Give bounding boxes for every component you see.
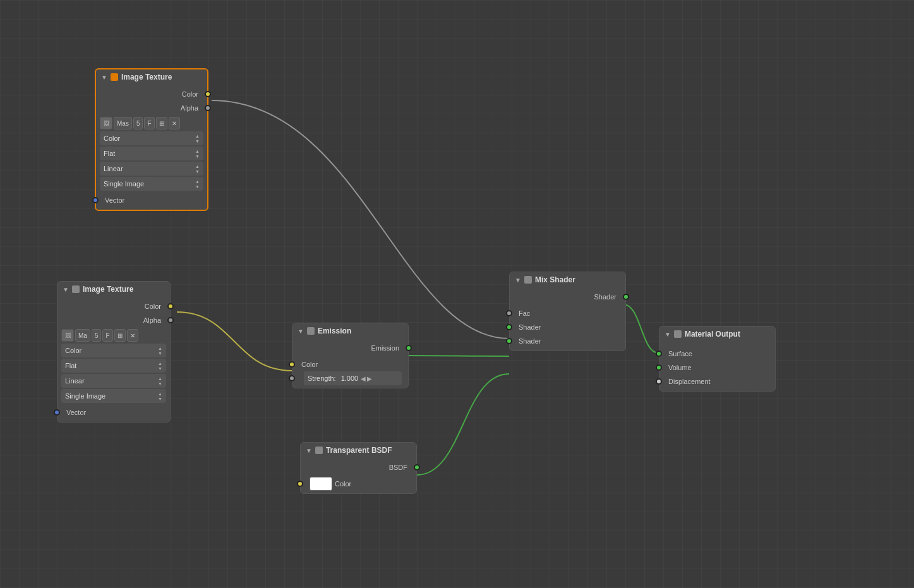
socket-vector-in-1[interactable] bbox=[92, 197, 99, 203]
dropdown-linear-1[interactable]: Linear ▲▼ bbox=[100, 162, 203, 176]
input-shader1-mix: Shader bbox=[510, 320, 625, 334]
node-header-emission: ▼ Emission bbox=[292, 323, 408, 339]
node-title-1: Image Texture bbox=[121, 73, 172, 81]
collapse-arrow-bsdf[interactable]: ▼ bbox=[306, 447, 312, 454]
node-body-mix: Shader Fac Shader Shader bbox=[510, 287, 625, 351]
output-alpha-2: Alpha bbox=[57, 313, 170, 327]
node-header-matout: ▼ Material Output bbox=[659, 327, 775, 342]
socket-alpha-out-2[interactable] bbox=[167, 317, 174, 323]
tb-grid-1[interactable]: ⊞ bbox=[156, 117, 167, 129]
node-icon-mix bbox=[524, 276, 532, 284]
dropdown-flat-2[interactable]: Flat ▲▼ bbox=[61, 359, 166, 373]
image-texture-node-2[interactable]: ▼ Image Texture Color Alpha 🖼 Ma 5 F ⊞ ✕… bbox=[57, 281, 171, 423]
socket-shader-out-mix[interactable] bbox=[623, 294, 629, 300]
node-title-matout: Material Output bbox=[685, 330, 740, 339]
input-fac-mix: Fac bbox=[510, 306, 625, 320]
socket-shader1-in-mix[interactable] bbox=[506, 324, 512, 330]
dropdown-single-image-2[interactable]: Single Image ▲▼ bbox=[61, 389, 166, 403]
collapse-arrow-1[interactable]: ▼ bbox=[101, 74, 107, 81]
tb-5-1[interactable]: 5 bbox=[133, 117, 143, 129]
node-icon-1 bbox=[111, 73, 118, 81]
dropdown-arrows-linear-2: ▲▼ bbox=[158, 376, 162, 386]
strength-slider[interactable]: Strength: 1.000 ◀▶ bbox=[304, 371, 402, 385]
node-body-bsdf: BSDF Color bbox=[301, 458, 416, 493]
output-emission: Emission bbox=[292, 341, 408, 355]
node-title-bsdf: Transparent BSDF bbox=[326, 446, 392, 455]
socket-color-in-emission[interactable] bbox=[289, 361, 295, 368]
dropdown-arrows-flat-2: ▲▼ bbox=[158, 361, 162, 371]
tb-x-1[interactable]: ✕ bbox=[169, 117, 180, 129]
mix-shader-node[interactable]: ▼ Mix Shader Shader Fac Shader Shader bbox=[509, 272, 626, 351]
node-icon-emission bbox=[307, 327, 315, 335]
input-shader2-mix: Shader bbox=[510, 334, 625, 348]
color-swatch-bsdf[interactable] bbox=[310, 477, 332, 491]
dropdown-color-2[interactable]: Color ▲▼ bbox=[61, 344, 166, 357]
collapse-arrow-matout[interactable]: ▼ bbox=[664, 331, 671, 338]
socket-volume-in-matout[interactable] bbox=[656, 364, 662, 371]
tb-f-1[interactable]: F bbox=[144, 117, 154, 129]
toolbar-1: 🖼 Mas 5 F ⊞ ✕ bbox=[100, 117, 203, 129]
input-surface-matout: Surface bbox=[659, 347, 775, 361]
node-title-mix: Mix Shader bbox=[535, 275, 575, 284]
socket-emission-out[interactable] bbox=[406, 345, 412, 351]
node-body-1: Color Alpha 🖼 Mas 5 F ⊞ ✕ Color ▲▼ Flat bbox=[96, 85, 207, 210]
node-title-2: Image Texture bbox=[83, 285, 133, 294]
socket-surface-in-matout[interactable] bbox=[656, 351, 662, 357]
socket-color-out-1[interactable] bbox=[205, 91, 211, 97]
node-icon-matout bbox=[674, 330, 682, 338]
input-color-emission: Color bbox=[292, 357, 408, 371]
tb-img-2[interactable]: 🖼 bbox=[61, 329, 74, 342]
material-output-node[interactable]: ▼ Material Output Surface Volume Displac… bbox=[659, 326, 776, 392]
dropdown-arrows-single-image-2: ▲▼ bbox=[158, 392, 162, 401]
slider-arrows: ◀▶ bbox=[361, 375, 372, 382]
dropdown-linear-2[interactable]: Linear ▲▼ bbox=[61, 374, 166, 388]
input-volume-matout: Volume bbox=[659, 361, 775, 375]
socket-shader2-in-mix[interactable] bbox=[506, 338, 512, 344]
tb-f-2[interactable]: F bbox=[102, 329, 112, 342]
node-icon-bsdf bbox=[315, 447, 323, 454]
tb-x-2[interactable]: ✕ bbox=[127, 329, 138, 342]
output-alpha-1: Alpha bbox=[96, 101, 207, 115]
node-header-bsdf: ▼ Transparent BSDF bbox=[301, 443, 416, 458]
dropdown-single-image-1[interactable]: Single Image ▲▼ bbox=[100, 177, 203, 191]
collapse-arrow-emission[interactable]: ▼ bbox=[298, 328, 304, 335]
node-header-1: ▼ Image Texture bbox=[96, 69, 207, 85]
socket-alpha-out-1[interactable] bbox=[205, 105, 211, 111]
node-header-2: ▼ Image Texture bbox=[57, 282, 170, 297]
input-color-bsdf: Color bbox=[301, 477, 416, 491]
dropdown-color-1[interactable]: Color ▲▼ bbox=[100, 131, 203, 145]
tb-ma-2[interactable]: Ma bbox=[75, 329, 90, 342]
collapse-arrow-mix[interactable]: ▼ bbox=[515, 277, 521, 284]
dropdown-arrows-linear-1: ▲▼ bbox=[195, 164, 200, 174]
tb-mas-1[interactable]: Mas bbox=[114, 117, 132, 129]
socket-vector-in-2[interactable] bbox=[54, 409, 60, 416]
dropdown-arrows-color-2: ▲▼ bbox=[158, 346, 162, 356]
dropdown-arrows-flat-1: ▲▼ bbox=[195, 149, 200, 159]
output-bsdf: BSDF bbox=[301, 460, 416, 474]
socket-strength-in-emission[interactable] bbox=[289, 375, 295, 381]
node-icon-2 bbox=[72, 285, 80, 293]
node-body-matout: Surface Volume Displacement bbox=[659, 342, 775, 391]
socket-fac-in-mix[interactable] bbox=[506, 310, 512, 316]
transparent-bsdf-node[interactable]: ▼ Transparent BSDF BSDF Color bbox=[300, 442, 417, 494]
node-title-emission: Emission bbox=[318, 327, 351, 335]
socket-color-out-2[interactable] bbox=[167, 303, 174, 309]
dropdown-flat-1[interactable]: Flat ▲▼ bbox=[100, 147, 203, 160]
socket-color-in-bsdf[interactable] bbox=[297, 481, 303, 487]
socket-displacement-in-matout[interactable] bbox=[656, 378, 662, 385]
tb-img-1[interactable]: 🖼 bbox=[100, 117, 112, 129]
dropdown-arrows-color-1: ▲▼ bbox=[195, 134, 200, 143]
node-header-mix: ▼ Mix Shader bbox=[510, 272, 625, 287]
output-color-1: Color bbox=[96, 87, 207, 101]
tb-grid-2[interactable]: ⊞ bbox=[114, 329, 126, 342]
tb-5-2[interactable]: 5 bbox=[92, 329, 102, 342]
input-strength-emission: Strength: 1.000 ◀▶ bbox=[292, 371, 408, 385]
input-vector-2: Vector bbox=[57, 405, 170, 419]
emission-node[interactable]: ▼ Emission Emission Color Strength: 1.00… bbox=[292, 323, 409, 388]
node-body-2: Color Alpha 🖼 Ma 5 F ⊞ ✕ Color ▲▼ Flat ▲… bbox=[57, 297, 170, 422]
image-texture-node-1[interactable]: ▼ Image Texture Color Alpha 🖼 Mas 5 F ⊞ … bbox=[95, 68, 208, 211]
output-shader-mix: Shader bbox=[510, 290, 625, 304]
toolbar-2: 🖼 Ma 5 F ⊞ ✕ bbox=[61, 329, 166, 342]
collapse-arrow-2[interactable]: ▼ bbox=[63, 286, 69, 293]
socket-bsdf-out[interactable] bbox=[414, 464, 420, 471]
